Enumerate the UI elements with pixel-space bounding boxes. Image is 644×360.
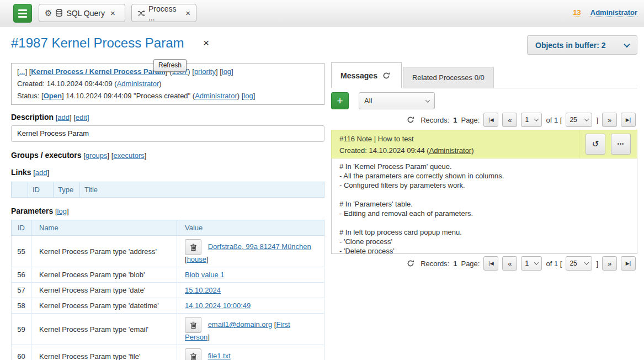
next-page-button[interactable]: »	[602, 256, 617, 271]
links-add-link[interactable]: add	[35, 168, 47, 177]
parameter-name-cell: Kernel Process Param type 'datetime'	[31, 298, 177, 314]
datetime-value-link[interactable]: 14.10.2024 10:00:49	[185, 301, 251, 310]
delete-value-button[interactable]	[185, 348, 201, 360]
close-tab-icon[interactable]: ×	[185, 8, 190, 18]
text-segment: ) [	[237, 92, 244, 100]
prev-page-button[interactable]: «	[502, 256, 517, 271]
parameter-value-cell: file1.txt	[177, 345, 324, 360]
refresh-list-icon[interactable]	[407, 260, 414, 267]
house-link[interactable]: house	[187, 255, 206, 263]
records-label: Records:	[421, 260, 449, 268]
links-select-column	[12, 182, 28, 198]
date-value-link[interactable]: 15.10.2024	[185, 286, 221, 294]
priority-link[interactable]: priority	[194, 67, 216, 76]
notification-count[interactable]: 13	[573, 8, 581, 17]
page-size-value: 25	[570, 116, 577, 124]
text-segment: )	[159, 80, 161, 88]
ellipsis-icon: •••	[618, 141, 624, 147]
parameter-value-cell: email1@domain.org [First Person]	[177, 314, 324, 345]
process-log-link[interactable]: log	[222, 67, 231, 76]
text-segment: ] [	[25, 67, 31, 76]
reply-icon: ↺	[592, 139, 599, 149]
parameter-id-cell: 57	[12, 283, 31, 298]
parameter-id-cell: 55	[12, 236, 31, 267]
parameters-log-link[interactable]: log	[57, 207, 67, 215]
user-menu[interactable]: Administrator	[590, 8, 637, 17]
status-line: Status: [Open] 14.10.2024 09:44:09 "Proc…	[17, 90, 318, 102]
first-page-button[interactable]: |◀	[483, 113, 498, 127]
last-page-button[interactable]: ▶|	[621, 113, 636, 127]
refresh-messages-icon[interactable]	[382, 72, 390, 80]
last-page-button[interactable]: ▶|	[621, 256, 636, 271]
messages-pager-bottom: Records: 1 Page: |◀ « 1 of 1 [ 25 ] » ▶|	[331, 256, 636, 271]
close-tab-icon[interactable]: ×	[110, 8, 115, 18]
groups-link[interactable]: groups	[86, 151, 108, 160]
refresh-list-icon[interactable]	[407, 116, 414, 124]
breadcrumb-more-link[interactable]: ...	[19, 67, 25, 76]
text-segment: ) [	[188, 67, 194, 76]
message-filter-select[interactable]: All	[359, 92, 435, 109]
parameter-row: 57Kernel Process Param type 'date'15.10.…	[12, 283, 324, 298]
text-segment: ]	[67, 207, 69, 215]
delete-value-button[interactable]	[185, 239, 201, 255]
page-size-value: 25	[570, 260, 577, 267]
tab-process[interactable]: Process ... ×	[131, 4, 196, 22]
page-size-select[interactable]: 25	[566, 113, 592, 127]
tab-label: SQL Query	[66, 9, 105, 18]
text-segment: ]	[145, 151, 147, 160]
text-segment: ]	[47, 168, 50, 177]
description-edit-link[interactable]: edit	[76, 113, 87, 121]
creator-link[interactable]: Administrator	[117, 80, 159, 88]
text-segment: )	[471, 146, 473, 155]
text-segment: [	[82, 151, 86, 160]
process-path-link[interactable]: Kernel Process / Kernel Process Param	[31, 67, 166, 76]
address-value-link[interactable]: Dorfstraße, 99a 81247 München	[208, 242, 311, 251]
text-segment: [	[31, 168, 35, 177]
note-author-link[interactable]: Administrator	[429, 146, 472, 155]
parameter-id-cell: 60	[12, 345, 31, 360]
note-line: - 'Clone process'	[339, 237, 629, 246]
app-window: ⚙ SQL Query × Process ... × 13 Administr…	[0, 0, 644, 360]
reply-note-button[interactable]: ↺	[586, 134, 605, 155]
note-more-button[interactable]: •••	[611, 134, 631, 155]
parameter-name-cell: Kernel Process Param type 'blob'	[31, 267, 177, 283]
next-page-button[interactable]: »	[602, 113, 617, 127]
note-actions: ↺ •••	[579, 130, 637, 158]
parameters-name-column: Name	[31, 220, 177, 236]
first-page-button[interactable]: |◀	[483, 256, 498, 271]
main-menu-button[interactable]	[13, 4, 32, 23]
groups-heading: Groups / executors [groups] [executors]	[11, 151, 146, 160]
status-author-link[interactable]: Administrator	[195, 92, 237, 100]
tab-messages[interactable]: Messages	[331, 62, 402, 88]
status-log-link[interactable]: log	[243, 92, 253, 100]
text-segment: ] [	[216, 67, 222, 76]
tab-sql-query[interactable]: ⚙ SQL Query ×	[39, 4, 125, 22]
text-segment: ] [	[70, 113, 76, 121]
page-number-select[interactable]: 1	[521, 113, 542, 127]
page-size-select[interactable]: 25	[566, 256, 592, 271]
blob-value-link[interactable]: Blob value 1	[185, 271, 225, 279]
objects-in-buffer-button[interactable]: Objects in buffer: 2	[527, 35, 637, 55]
links-id-column: ID	[28, 182, 54, 198]
top-bar: ⚙ SQL Query × Process ... × 13 Administr…	[0, 0, 644, 27]
links-table: ID Type Title	[11, 182, 324, 198]
page-number-select[interactable]: 1	[521, 256, 542, 271]
note-header: #116 Note | How to test Created: 14.10.2…	[331, 130, 637, 158]
email-value-link[interactable]: email1@domain.org	[208, 320, 273, 329]
prev-page-button[interactable]: «	[502, 113, 517, 127]
chevron-down-icon	[584, 117, 589, 121]
add-message-button[interactable]: +	[331, 92, 349, 109]
delete-value-button[interactable]	[185, 317, 201, 333]
close-process-icon[interactable]: ×	[203, 37, 209, 49]
parameter-name-cell: Kernel Process Param type 'email'	[31, 314, 177, 345]
description-add-link[interactable]: add	[57, 113, 70, 121]
executors-link[interactable]: executors	[113, 151, 144, 160]
note-body: # In 'Kernel Process Param' queue.- All …	[331, 158, 637, 254]
file-value-link[interactable]: file1.txt	[208, 352, 231, 360]
tab-related-processes[interactable]: Related Processes 0/0	[403, 67, 494, 88]
chevron-down-icon	[534, 117, 539, 121]
page-title: #1987 Kernel Process Param	[11, 35, 184, 51]
chevron-down-icon	[584, 260, 589, 264]
note-line: # In 'Parameters' table.	[339, 199, 629, 209]
status-open-link[interactable]: Open	[44, 92, 62, 100]
